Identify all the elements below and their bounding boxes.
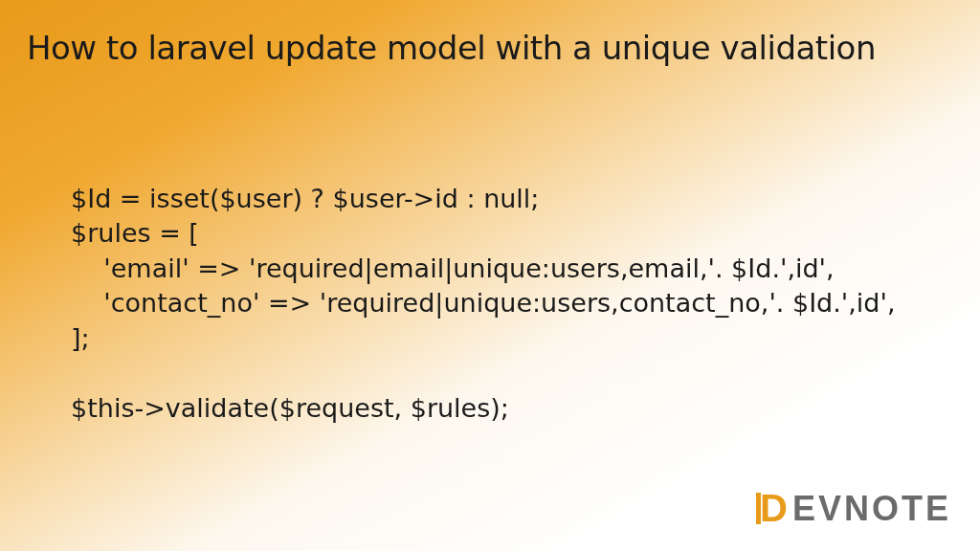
code-line-5: ]; bbox=[71, 323, 90, 353]
code-line-1: $Id = isset($user) ? $user->id : null; bbox=[71, 184, 539, 213]
logo-text: EVNOTE bbox=[792, 489, 951, 529]
code-line-7: $this->validate($request, $rules); bbox=[71, 393, 509, 423]
code-snippet: $Id = isset($user) ? $user->id : null; $… bbox=[71, 182, 895, 426]
code-line-4: 'contact_no' => 'required|unique:users,c… bbox=[71, 288, 895, 318]
devnote-logo: DEVNOTE bbox=[760, 487, 951, 530]
code-line-2: $rules = [ bbox=[71, 218, 199, 248]
logo-d-letter: D bbox=[760, 487, 791, 530]
code-line-3: 'email' => 'required|email|unique:users,… bbox=[71, 253, 835, 283]
page-title: How to laravel update model with a uniqu… bbox=[27, 29, 876, 67]
